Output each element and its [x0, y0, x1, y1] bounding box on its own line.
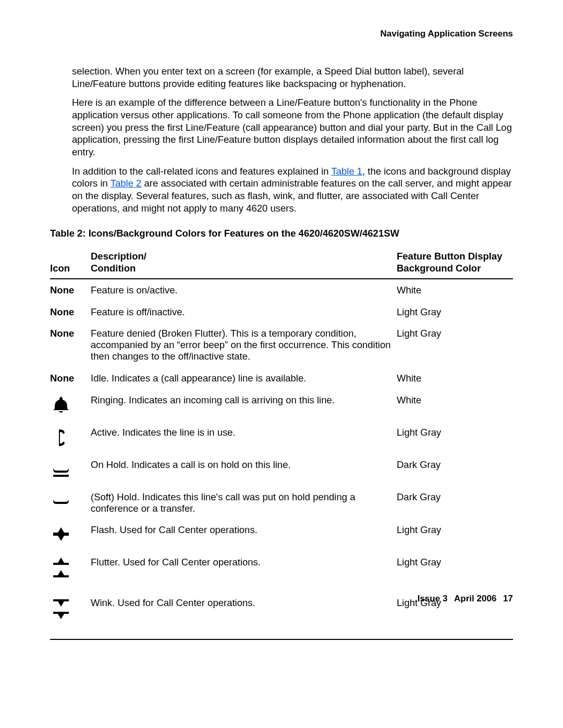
footer-page: 17: [503, 594, 513, 603]
icon-none-label: None: [50, 285, 74, 295]
table-row: NoneIdle. Indicates a (call appearance) …: [50, 367, 513, 389]
icon-none-label: None: [50, 328, 74, 339]
table-row: Active. Indicates the line is in use.Lig…: [50, 422, 513, 454]
paragraph-3: In addition to the call-related icons an…: [72, 165, 513, 215]
icon-cell: [50, 519, 91, 551]
desc-cell: (Soft) Hold. Indicates this line's call …: [91, 486, 397, 520]
icon-cell: [50, 486, 91, 520]
wink-icon: [50, 597, 87, 627]
icon-none-label: None: [50, 373, 74, 384]
desc-cell: Feature is on/active.: [91, 279, 397, 301]
color-cell: Dark Gray: [397, 454, 513, 486]
paragraph-1: selection. When you enter text on a scre…: [72, 65, 513, 90]
desc-cell: Wink. Used for Call Center operations.: [91, 592, 397, 639]
th-color: Feature Button Display Background Color: [397, 251, 513, 278]
color-cell: White: [397, 389, 513, 422]
table-row: NoneFeature is on/active.White: [50, 279, 513, 301]
table-row: (Soft) Hold. Indicates this line's call …: [50, 486, 513, 520]
table-row: NoneFeature denied (Broken Flutter). Thi…: [50, 323, 513, 367]
table-caption: Table 2: Icons/Background Colors for Fea…: [50, 228, 513, 239]
desc-cell: Feature denied (Broken Flutter). This is…: [91, 323, 397, 367]
paragraph-2: Here is an example of the difference bet…: [72, 96, 513, 158]
table-row: Flash. Used for Call Center operations.L…: [50, 519, 513, 551]
desc-cell: On Hold. Indicates a call is on hold on …: [91, 454, 397, 486]
header-title: Navigating Application Screens: [381, 29, 513, 39]
color-cell: Light Gray: [397, 551, 513, 592]
icon-cell: [50, 389, 91, 422]
page-header: Navigating Application Screens: [50, 29, 513, 39]
color-cell: White: [397, 279, 513, 301]
holdbar-icon: [50, 459, 87, 481]
table-row: Ringing. Indicates an incoming call is a…: [50, 389, 513, 422]
desc-cell: Feature is off/inactive.: [91, 301, 397, 323]
table-row: On Hold. Indicates a call is on hold on …: [50, 454, 513, 486]
page-footer: Issue 3 April 2006 17: [413, 594, 513, 604]
footer-date: April 2006: [454, 594, 496, 603]
link-table-1[interactable]: Table 1: [331, 166, 362, 177]
link-table-2[interactable]: Table 2: [111, 178, 142, 189]
icon-cell: None: [50, 367, 91, 389]
icon-cell: [50, 422, 91, 454]
icons-table: Icon Description/ Condition Feature Butt…: [50, 251, 513, 640]
icon-cell: None: [50, 279, 91, 301]
flash-icon: [50, 524, 87, 546]
icon-cell: [50, 592, 91, 639]
desc-cell: Ringing. Indicates an incoming call is a…: [91, 389, 397, 422]
icon-cell: [50, 551, 91, 592]
bell-icon: [50, 394, 87, 416]
color-cell: White: [397, 367, 513, 389]
handset-icon: [50, 427, 87, 449]
desc-cell: Active. Indicates the line is in use.: [91, 422, 397, 454]
table-row: NoneFeature is off/inactive.Light Gray: [50, 301, 513, 323]
th-desc: Description/ Condition: [91, 251, 397, 278]
softhold-icon: [50, 491, 87, 513]
color-cell: Light Gray: [397, 301, 513, 323]
color-cell: Light Gray: [397, 422, 513, 454]
color-cell: Light Gray: [397, 519, 513, 551]
svg-rect-0: [53, 475, 69, 477]
desc-cell: Flutter. Used for Call Center operations…: [91, 551, 397, 592]
p3-a: In addition to the call-related icons an…: [72, 166, 331, 177]
icon-cell: None: [50, 323, 91, 367]
icon-none-label: None: [50, 306, 74, 317]
color-cell: Dark Gray: [397, 486, 513, 520]
th-icon: Icon: [50, 251, 91, 278]
desc-cell: Flash. Used for Call Center operations.: [91, 519, 397, 551]
color-cell: Light Gray: [397, 323, 513, 367]
icon-cell: None: [50, 301, 91, 323]
flutter-icon: [50, 557, 87, 587]
icon-cell: [50, 454, 91, 486]
footer-issue: Issue 3: [418, 594, 448, 603]
desc-cell: Idle. Indicates a (call appearance) line…: [91, 367, 397, 389]
body-text: selection. When you enter text on a scre…: [72, 65, 513, 214]
table-row: Flutter. Used for Call Center operations…: [50, 551, 513, 592]
